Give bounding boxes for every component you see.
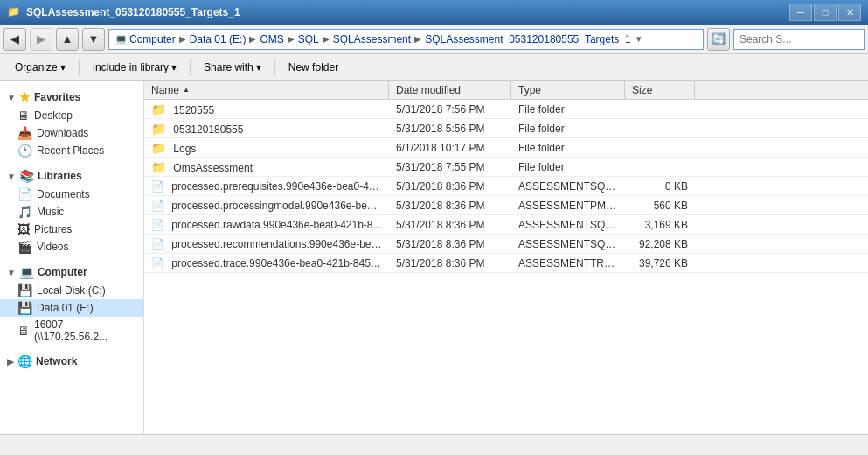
sidebar-item-pictures[interactable]: 🖼 Pictures <box>0 220 143 238</box>
folder-icon: 📁 <box>151 141 166 155</box>
sidebar-item-documents-label: Documents <box>37 188 90 200</box>
organize-button[interactable]: Organize ▾ <box>7 57 73 78</box>
sidebar-item-music[interactable]: 🎵 Music <box>0 203 143 220</box>
new-folder-button[interactable]: New folder <box>281 57 346 78</box>
col-header-size[interactable]: Size <box>625 80 695 99</box>
path-current[interactable]: SQLAssessment_053120180555_Targets_1 <box>425 33 631 46</box>
file-name: processed.processingmodel.990e436e-bea0-… <box>171 200 389 212</box>
file-cell-type: ASSESSMENTTRAC... <box>511 257 625 270</box>
path-computer[interactable]: 💻 Computer <box>115 33 176 46</box>
recent-button[interactable]: ▼ <box>82 28 105 51</box>
file-list-container: Name ▲ Date modified Type Size 📁 1520555… <box>144 80 868 434</box>
status-bar <box>0 434 868 455</box>
file-name: processed.trace.990e436e-bea0-421b-845c.… <box>171 257 385 270</box>
network-drive-icon: 🖥 <box>17 324 30 338</box>
documents-icon: 📄 <box>17 187 32 201</box>
sidebar-item-desktop[interactable]: 🖥 Desktop <box>0 107 143 124</box>
file-name: processed.rawdata.990e436e-bea0-421b-8..… <box>171 219 381 231</box>
sidebar-item-recent-places[interactable]: 🕐 Recent Places <box>0 142 143 159</box>
main-layout: ▼ ★ Favorites 🖥 Desktop 📥 Downloads 🕐 Re… <box>0 80 868 434</box>
table-row[interactable]: 📁 Logs 6/1/2018 10:17 PM File folder <box>144 138 868 158</box>
back-button[interactable]: ◀ <box>3 28 26 51</box>
toolbar: Organize ▾ Include in library ▾ Share wi… <box>0 54 868 80</box>
file-cell-date: 6/1/2018 10:17 PM <box>389 142 511 154</box>
desktop-icon: 🖥 <box>17 108 30 122</box>
network-header[interactable]: ▶ 🌐 Network <box>0 352 143 371</box>
file-cell-size: 39,726 KB <box>625 257 695 270</box>
include-in-library-button[interactable]: Include in library ▾ <box>85 57 184 78</box>
file-cell-type: File folder <box>511 122 625 135</box>
maximize-button[interactable]: □ <box>814 4 837 21</box>
network-icon: 🌐 <box>17 354 32 368</box>
file-name: Logs <box>173 143 196 155</box>
share-with-button[interactable]: Share with ▾ <box>196 57 269 78</box>
path-sqlassessment[interactable]: SQLAssessment <box>333 33 411 46</box>
title-bar: 📁 SQLAssessment_053120180555_Targets_1 ─… <box>0 0 868 24</box>
sidebar-item-downloads[interactable]: 📥 Downloads <box>0 124 143 142</box>
sidebar-item-videos[interactable]: 🎬 Videos <box>0 238 143 256</box>
file-cell-date: 5/31/2018 7:56 PM <box>389 103 511 116</box>
favorites-header[interactable]: ▼ ★ Favorites <box>0 88 143 107</box>
sidebar-item-network-drive[interactable]: 🖥 16007 (\\170.25.56.2... <box>0 317 143 345</box>
table-row[interactable]: 📁 1520555 5/31/2018 7:56 PM File folder <box>144 100 868 119</box>
file-cell-date: 5/31/2018 7:55 PM <box>389 161 511 173</box>
file-list-header: Name ▲ Date modified Type Size <box>144 80 868 100</box>
close-button[interactable]: ✕ <box>838 4 861 21</box>
sidebar-item-videos-label: Videos <box>37 241 68 253</box>
sidebar-item-data01[interactable]: 💾 Data 01 (E:) <box>0 299 143 317</box>
up-button[interactable]: ▲ <box>56 28 79 51</box>
computer-label: Computer <box>38 266 87 278</box>
window-title: SQLAssessment_053120180555_Targets_1 <box>26 6 789 18</box>
table-row[interactable]: 📄 processed.trace.990e436e-bea0-421b-845… <box>144 254 868 273</box>
table-row[interactable]: 📄 processed.recommendations.990e436e-bea… <box>144 234 868 254</box>
file-icon: 📄 <box>151 257 164 270</box>
col-name-label: Name <box>151 84 179 96</box>
table-row[interactable]: 📁 053120180555 5/31/2018 5:56 PM File fo… <box>144 119 868 138</box>
file-cell-date: 5/31/2018 8:36 PM <box>389 257 511 270</box>
file-name: 1520555 <box>173 104 214 116</box>
file-cell-size: 92,208 KB <box>625 238 695 250</box>
file-cell-name: 📄 processed.rawdata.990e436e-bea0-421b-8… <box>144 219 389 231</box>
file-icon: 📄 <box>151 180 164 192</box>
col-header-date[interactable]: Date modified <box>389 80 511 99</box>
folder-icon: 📁 <box>151 122 166 136</box>
file-cell-type: ASSESSMENTSQLR... <box>511 219 625 231</box>
refresh-button[interactable]: 🔄 <box>707 28 730 51</box>
path-drive[interactable]: Data 01 (E:) <box>190 33 247 46</box>
folder-icon: 📁 <box>151 102 166 116</box>
folder-icon: 📁 <box>151 160 166 174</box>
path-oms[interactable]: OMS <box>260 33 283 46</box>
path-sql[interactable]: SQL <box>298 33 319 46</box>
table-row[interactable]: 📁 OmsAssessment 5/31/2018 7:55 PM File f… <box>144 158 868 177</box>
col-header-name[interactable]: Name ▲ <box>144 80 389 99</box>
recent-places-icon: 🕐 <box>17 144 32 158</box>
file-icon: 📄 <box>151 219 164 231</box>
file-icon: 📄 <box>151 238 164 250</box>
address-path[interactable]: 💻 Computer ▶ Data 01 (E:) ▶ OMS ▶ SQL ▶ … <box>108 29 704 50</box>
computer-icon: 💻 <box>19 265 34 279</box>
sidebar-item-network-drive-label: 16007 (\\170.25.56.2... <box>34 318 136 343</box>
file-cell-date: 5/31/2018 8:36 PM <box>389 238 511 250</box>
computer-header[interactable]: ▼ 💻 Computer <box>0 262 143 282</box>
libraries-label: Libraries <box>38 170 82 182</box>
file-cell-type: File folder <box>511 142 625 154</box>
music-icon: 🎵 <box>17 205 32 219</box>
search-box[interactable]: 🔍 <box>733 29 865 50</box>
sidebar-item-local-disk[interactable]: 💾 Local Disk (C:) <box>0 282 143 299</box>
minimize-button[interactable]: ─ <box>789 4 812 21</box>
libraries-header[interactable]: ▼ 📚 Libraries <box>0 166 143 186</box>
file-cell-date: 5/31/2018 5:56 PM <box>389 122 511 135</box>
file-cell-date: 5/31/2018 8:36 PM <box>389 200 511 212</box>
toolbar-separator-3 <box>274 59 275 76</box>
favorites-label: Favorites <box>34 91 80 103</box>
table-row[interactable]: 📄 processed.processingmodel.990e436e-bea… <box>144 196 868 215</box>
sidebar-item-documents[interactable]: 📄 Documents <box>0 186 143 203</box>
col-size-label: Size <box>632 84 652 96</box>
file-cell-name: 📄 processed.prerequisites.990e436e-bea0-… <box>144 180 389 192</box>
table-row[interactable]: 📄 processed.rawdata.990e436e-bea0-421b-8… <box>144 215 868 234</box>
forward-button[interactable]: ▶ <box>30 28 52 51</box>
libraries-section: ▼ 📚 Libraries 📄 Documents 🎵 Music 🖼 Pict… <box>0 163 143 259</box>
table-row[interactable]: 📄 processed.prerequisites.990e436e-bea0-… <box>144 177 868 196</box>
col-header-type[interactable]: Type <box>511 80 625 99</box>
search-input[interactable] <box>740 33 868 46</box>
